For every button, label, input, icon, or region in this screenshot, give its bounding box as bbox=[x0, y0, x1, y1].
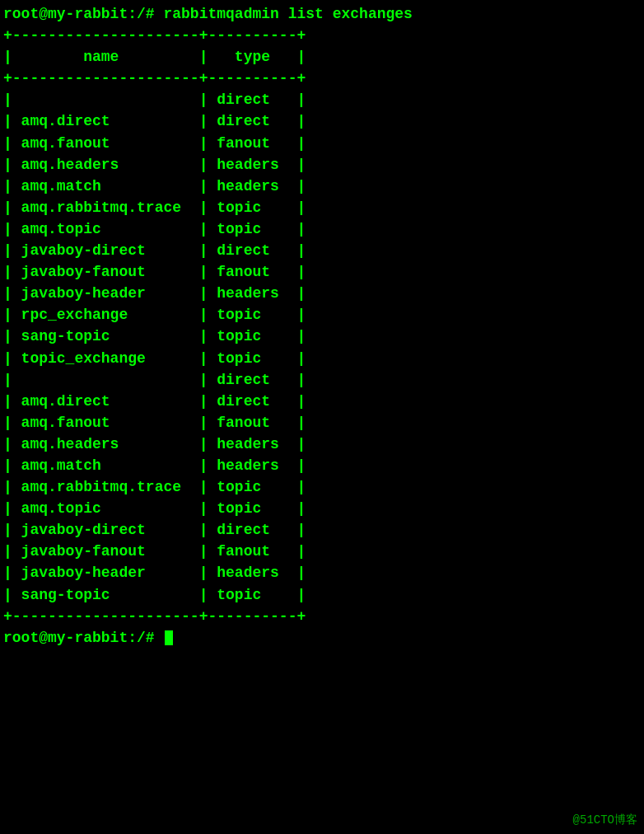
table-row: | javaboy-fanout | fanout | bbox=[0, 541, 644, 562]
table-row: | javaboy-header | headers | bbox=[0, 562, 644, 583]
cursor bbox=[165, 630, 173, 645]
header-row: | name | type | bbox=[0, 46, 644, 68]
table-row: | amq.match | headers | bbox=[0, 455, 644, 476]
table-row: | amq.headers | headers | bbox=[0, 154, 644, 176]
table-row: | amq.direct | direct | bbox=[0, 110, 644, 132]
table-row: | javaboy-direct | direct | bbox=[0, 519, 644, 541]
separator-mid: +---------------------+----------+ bbox=[0, 68, 644, 89]
terminal-window: root@my-rabbit:/# rabbitmqadmin list exc… bbox=[0, 0, 644, 834]
table-row: | amq.topic | topic | bbox=[0, 498, 644, 519]
table-row: | amq.headers | headers | bbox=[0, 433, 644, 455]
table-row: | amq.rabbitmq.trace | topic | bbox=[0, 197, 644, 218]
table-row: | amq.fanout | fanout | bbox=[0, 133, 644, 154]
table-row: | | direct | bbox=[0, 369, 644, 391]
command-line: root@my-rabbit:/# rabbitmqadmin list exc… bbox=[0, 3, 644, 25]
separator-bottom: +---------------------+----------+ bbox=[0, 606, 644, 627]
table-row: | amq.topic | topic | bbox=[0, 218, 644, 240]
watermark: @51CTO博客 bbox=[573, 813, 637, 827]
table-row: | amq.rabbitmq.trace | topic | bbox=[0, 476, 644, 498]
table-row: | amq.match | headers | bbox=[0, 176, 644, 197]
prompt-end-line: root@my-rabbit:/# bbox=[0, 627, 644, 649]
command: rabbitmqadmin list exchanges bbox=[163, 6, 412, 22]
table-row: | javaboy-header | headers | bbox=[0, 283, 644, 304]
table-row: | amq.fanout | fanout | bbox=[0, 412, 644, 433]
separator-top: +---------------------+----------+ bbox=[0, 25, 644, 46]
table-row: | javaboy-direct | direct | bbox=[0, 240, 644, 261]
table-body: | | direct || amq.direct | direct || amq… bbox=[0, 89, 644, 605]
table-row: | rpc_exchange | topic | bbox=[0, 304, 644, 326]
table-row: | javaboy-fanout | fanout | bbox=[0, 261, 644, 283]
table-row: | sang-topic | topic | bbox=[0, 584, 644, 606]
prompt: root@my-rabbit:/# bbox=[3, 6, 155, 22]
table-row: | sang-topic | topic | bbox=[0, 326, 644, 347]
table-row: | | direct | bbox=[0, 89, 644, 110]
table-row: | amq.direct | direct | bbox=[0, 391, 644, 412]
table-row: | topic_exchange | topic | bbox=[0, 348, 644, 369]
